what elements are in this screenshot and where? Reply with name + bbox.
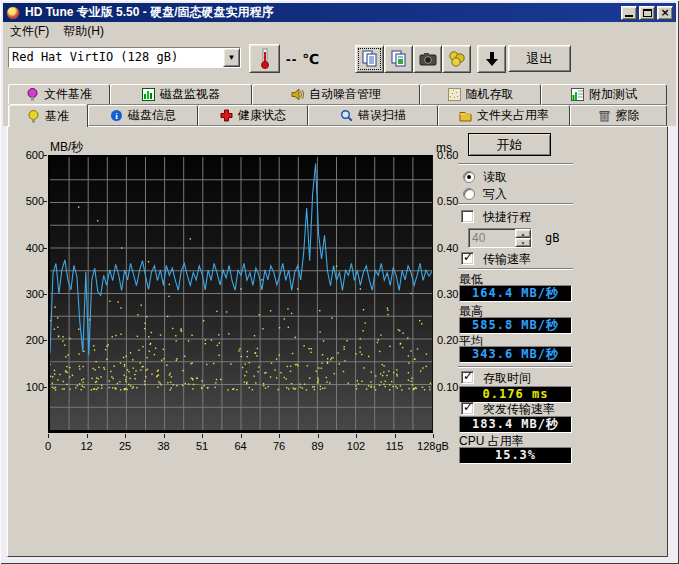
tab-random-access[interactable]: 随机存取 [420,84,541,105]
spin-up-icon[interactable]: ▲ [515,229,531,238]
menu-help[interactable]: 帮助(H) [56,22,111,41]
tab-disk-monitor[interactable]: 磁盘监视器 [110,84,252,105]
temperature-button[interactable] [249,44,280,73]
minimize-button[interactable] [621,6,637,20]
copy-button[interactable] [355,45,384,73]
x-tick-mark [356,434,357,438]
y-right-tick: 0.30 [437,288,458,300]
tab-extra-tests[interactable]: 附加测试 [541,84,667,105]
y-left-tick: 200 [14,334,44,346]
y-left-tick: 400 [14,242,44,254]
y-right-tick: 0.40 [437,242,458,254]
tab-folder-usage[interactable]: 文件夹占用率 [438,105,570,126]
x-tick-mark [164,434,165,438]
tab-error-scan[interactable]: 错误扫描 [308,105,438,126]
screenshot-button[interactable] [413,45,442,73]
tab-erase[interactable]: 擦除 [570,105,667,126]
speaker-icon [291,88,304,101]
copy-report-icon [390,50,408,68]
x-tick: 115 [375,440,415,452]
maximize-button[interactable] [639,6,655,20]
short-stroke-value: 40 [469,229,515,247]
short-stroke-label: 快捷行程 [483,209,531,226]
close-icon: × [660,6,669,19]
benchmark-plot [48,155,433,433]
x-tick-mark [318,434,319,438]
camera-icon [419,51,437,67]
menu-file[interactable]: 文件(F) [3,22,56,41]
donate-button[interactable] [442,45,471,73]
divider [458,268,573,270]
hdtune-window: HD Tune 专业版 5.50 - 硬盘/固态硬盘实用程序 × 文件(F) 帮… [0,0,679,564]
x-tick: 51 [182,440,222,452]
max-value-display: 585.8 MB/秒 [459,317,572,334]
y-right-tick: 0.50 [437,195,458,207]
tab-auto-acoustic[interactable]: 自动噪音管理 [252,84,420,105]
x-tick: 25 [105,440,145,452]
grid-lines [50,157,432,430]
exit-button[interactable]: 退出 [508,45,571,72]
x-tick: 76 [259,440,299,452]
start-button[interactable]: 开始 [468,133,551,156]
burst-rate-checkbox[interactable] [461,402,474,415]
x-tick: 12 [67,440,107,452]
copy-icon [361,50,379,68]
divider [458,163,573,165]
tab-health[interactable]: 健康状态 [198,105,308,126]
short-stroke-checkbox[interactable] [461,210,474,223]
spin-down-icon[interactable]: ▼ [515,238,531,247]
trash-icon [598,109,611,122]
app-icon [6,6,20,20]
tab-disk-info[interactable]: i 磁盘信息 [88,105,198,126]
x-tick-mark [433,434,434,438]
maximize-icon [643,9,652,17]
y-left-tick: 100 [14,381,44,393]
info-icon: i [110,109,123,122]
title-bar: HD Tune 专业版 5.50 - 硬盘/固态硬盘实用程序 × [3,3,676,22]
y-right-tick: 0.60 [437,149,458,161]
transfer-rate-checkbox[interactable] [461,252,474,265]
divider [458,366,573,368]
y-tick-mark [43,201,47,202]
down-arrow-icon [483,50,501,68]
avg-value-display: 343.6 MB/秒 [459,346,572,363]
thermometer-icon [258,48,271,69]
x-tick-mark [48,434,49,438]
x-tick: 128gB [413,440,453,452]
green-chart-icon [142,88,155,101]
drive-select[interactable]: Red Hat VirtIO (128 gB) ▼ [8,47,241,68]
write-radio-label: 写入 [483,186,507,203]
y-tick-mark [43,294,47,295]
save-button[interactable] [477,45,506,73]
short-stroke-unit: gB [545,231,559,245]
close-button[interactable]: × [657,6,673,20]
x-tick: 0 [28,440,68,452]
x-tick-mark [279,434,280,438]
access-time-label: 存取时间 [483,370,531,387]
scatter-icon [448,88,461,101]
menu-bar: 文件(F) 帮助(H) [3,22,676,40]
y-left-tick: 300 [14,288,44,300]
x-tick: 89 [298,440,338,452]
magnifier-icon [340,109,353,122]
drive-select-value: Red Hat VirtIO (128 gB) [9,48,223,67]
write-radio[interactable] [463,188,475,200]
access-time-checkbox[interactable] [461,371,474,384]
temperature-readout: -- ℃ [286,51,320,67]
yellow-bulb-icon [27,110,40,123]
extra-test-icon [571,88,584,101]
tab-file-benchmark[interactable]: 文件基准 [8,84,110,105]
x-tick-mark [241,434,242,438]
red-cross-icon [220,109,233,122]
copy-report-button[interactable] [384,45,413,73]
window-title: HD Tune 专业版 5.50 - 硬盘/固态硬盘实用程序 [25,4,619,21]
read-radio[interactable] [463,171,475,183]
short-stroke-spinner[interactable]: 40 ▲ ▼ [468,228,532,248]
tab-benchmark[interactable]: 基准 [8,104,88,127]
x-tick: 64 [221,440,261,452]
x-tick-mark [395,434,396,438]
chevron-down-icon[interactable]: ▼ [223,48,240,67]
min-value-display: 164.4 MB/秒 [459,285,572,302]
transfer-rate-label: 传输速率 [483,251,531,268]
x-tick: 102 [336,440,376,452]
